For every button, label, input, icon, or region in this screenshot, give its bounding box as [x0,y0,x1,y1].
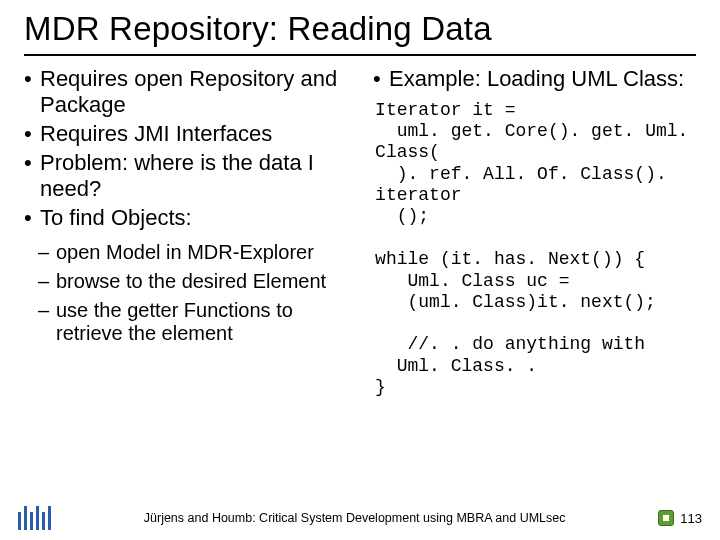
left-sub-bullets: open Model in MDR-Explorer browse to the… [24,241,363,345]
code-block-2: while (it. has. Next()) { Uml. Class uc … [373,249,696,398]
footer-text: Jürjens and Houmb: Critical System Devel… [51,511,658,525]
right-bullets: Example: Loading UML Class: [373,66,696,92]
code-block-1: Iterator it = uml. get. Core(). get. Uml… [373,100,696,227]
title-divider [24,54,696,56]
slide-title: MDR Repository: Reading Data [24,10,696,48]
bullet-item: Requires JMI Interfaces [24,121,363,147]
slide-footer: Jürjens and Houmb: Critical System Devel… [0,506,720,530]
bullet-item: Requires open Repository and Package [24,66,363,118]
right-column: Example: Loading UML Class: Iterator it … [373,66,696,398]
content-columns: Requires open Repository and Package Req… [24,66,696,398]
page-number: 113 [680,511,702,526]
footer-right: 113 [658,510,702,526]
bullet-item: Problem: where is the data I need? [24,150,363,202]
bullet-item: Example: Loading UML Class: [373,66,696,92]
sub-bullet-item: browse to the desired Element [24,270,363,293]
sub-bullet-item: use the getter Functions to retrieve the… [24,299,363,345]
left-bullets: Requires open Repository and Package Req… [24,66,363,231]
left-column: Requires open Repository and Package Req… [24,66,363,398]
sub-bullet-item: open Model in MDR-Explorer [24,241,363,264]
footer-badge-icon [658,510,674,526]
tum-logo [18,506,51,530]
bullet-item: To find Objects: [24,205,363,231]
